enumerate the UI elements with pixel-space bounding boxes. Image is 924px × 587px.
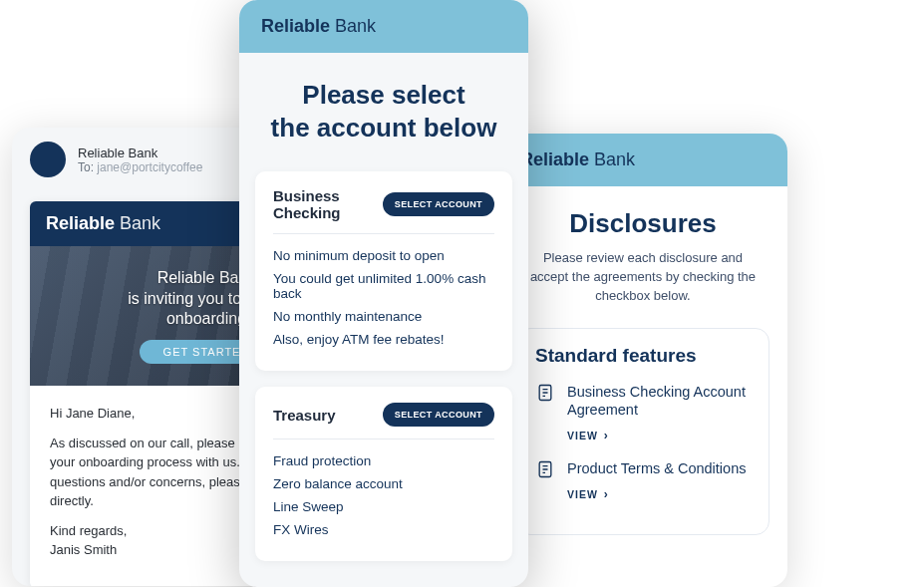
disclosures-panel-title: Standard features	[535, 345, 751, 367]
document-icon	[535, 459, 557, 502]
option-feature: You could get unlimited 1.00% cash back	[273, 271, 494, 301]
option-feature: No minimum deposit to open	[273, 248, 494, 263]
account-option-business-checking: Business Checking SELECT ACCOUNT No mini…	[255, 171, 512, 371]
doc-title: Product Terms & Conditions	[567, 459, 751, 478]
option-feature: Line Sweep	[273, 499, 494, 514]
disclosures-header: Disclosures Please review each disclosur…	[498, 186, 787, 306]
disclosures-card: Reliable Bank Disclosures Please review …	[498, 134, 787, 587]
chevron-right-icon: ›	[604, 429, 609, 442]
doc-title: Business Checking Account Agreement	[567, 383, 751, 421]
select-heading: Please select the account below	[239, 53, 528, 171]
option-title: Business Checking	[273, 187, 383, 221]
option-feature: Fraud protection	[273, 453, 494, 468]
brand-logo: Reliable Bank	[520, 149, 766, 170]
select-account-card: Reliable Bank Please select the account …	[239, 0, 528, 587]
avatar	[30, 142, 66, 177]
disclosure-doc-item: Business Checking Account Agreement VIEW…	[535, 383, 751, 444]
document-icon	[535, 383, 557, 444]
option-feature: Zero balance account	[273, 476, 494, 491]
option-feature: FX Wires	[273, 522, 494, 537]
disclosures-panel: Standard features Business Checking Acco…	[516, 328, 770, 536]
option-feature: No monthly maintenance	[273, 309, 494, 324]
account-option-treasury: Treasury SELECT ACCOUNT Fraud protection…	[255, 387, 512, 561]
disclosures-topbar: Reliable Bank	[498, 134, 787, 186]
chevron-right-icon: ›	[604, 487, 609, 501]
select-account-button[interactable]: SELECT ACCOUNT	[383, 403, 494, 427]
option-title: Treasury	[273, 407, 336, 424]
view-link[interactable]: VIEW ›	[567, 487, 609, 501]
email-from: Reliable Bank	[78, 146, 202, 160]
select-topbar: Reliable Bank	[239, 0, 528, 53]
select-account-button[interactable]: SELECT ACCOUNT	[383, 192, 494, 216]
email-to: To: jane@portcitycoffee	[78, 160, 202, 174]
view-link[interactable]: VIEW ›	[567, 429, 609, 442]
option-feature: Also, enjoy ATM fee rebates!	[273, 332, 494, 347]
disclosures-subtitle: Please review each disclosure and accept…	[528, 249, 758, 306]
brand-logo: Reliable Bank	[261, 16, 506, 37]
disclosure-doc-item: Product Terms & Conditions VIEW ›	[535, 459, 751, 502]
disclosures-title: Disclosures	[528, 208, 758, 239]
